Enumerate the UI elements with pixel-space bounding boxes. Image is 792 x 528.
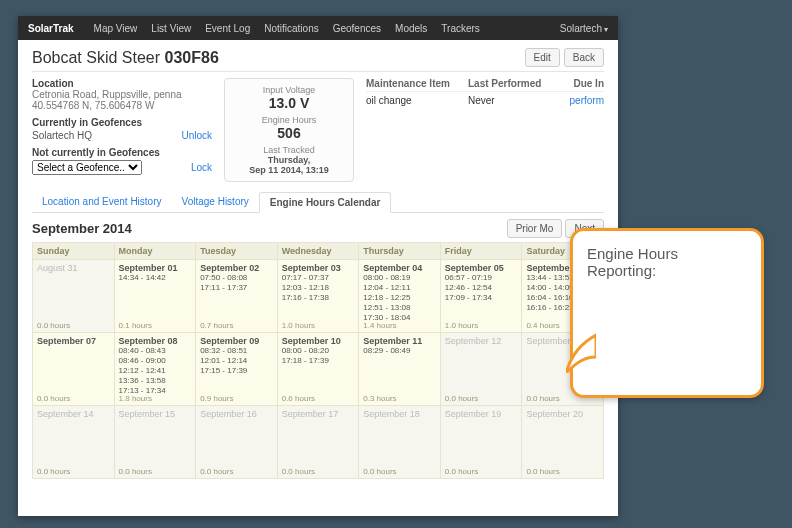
edit-button[interactable]: Edit — [525, 48, 560, 67]
calendar-event: 08:29 - 08:49 — [363, 346, 436, 356]
calendar-cell[interactable]: September 190.0 hours — [440, 406, 522, 479]
calendar-hours: 0.1 hours — [119, 321, 152, 330]
calendar-cell[interactable]: September 0408:00 - 08:1912:04 - 12:1112… — [359, 260, 441, 333]
maintenance-table: Maintenance Item Last Performed Due In o… — [366, 78, 604, 182]
calendar-hours: 0.0 hours — [37, 321, 70, 330]
tab-engine-hours[interactable]: Engine Hours Calendar — [259, 192, 392, 213]
calendar-event: 14:34 - 14:42 — [119, 273, 192, 283]
calendar-event: 08:00 - 08:20 — [282, 346, 355, 356]
calendar-hours: 0.0 hours — [37, 394, 70, 403]
calendar-hours: 0.0 hours — [282, 467, 315, 476]
calendar-cell[interactable]: September 0808:40 - 08:4308:46 - 09:0012… — [114, 333, 196, 406]
title-bar: Bobcat Skid Steer 030F86 Edit Back — [32, 48, 604, 72]
calendar-date: September 17 — [282, 409, 355, 419]
nav-models[interactable]: Models — [395, 23, 427, 34]
calendar-event: 12:46 - 12:54 — [445, 283, 518, 293]
lock-link[interactable]: Lock — [191, 162, 212, 173]
calendar-date: September 08 — [119, 336, 192, 346]
calendar-event: 07:17 - 07:37 — [282, 273, 355, 283]
calendar-hours: 0.0 hours — [119, 467, 152, 476]
calendar-hours: 0.3 hours — [363, 394, 396, 403]
calendar-hours: 1.8 hours — [119, 394, 152, 403]
calendar-cell[interactable]: September 070.0 hours — [33, 333, 115, 406]
voltage-value: 13.0 V — [229, 95, 349, 111]
calendar-event: 12:04 - 12:11 — [363, 283, 436, 293]
calendar-day-header: Monday — [114, 243, 196, 260]
tab-voltage-history[interactable]: Voltage History — [172, 192, 259, 212]
callout-tail-icon — [566, 333, 596, 373]
calendar-day-header: Friday — [440, 243, 522, 260]
nav-trackers[interactable]: Trackers — [441, 23, 480, 34]
calendar-hours: 0.6 hours — [282, 394, 315, 403]
calendar-date: August 31 — [37, 263, 110, 273]
location-label: Location — [32, 78, 212, 89]
geofence-name: Solartech HQ — [32, 130, 92, 141]
nav-notifications[interactable]: Notifications — [264, 23, 318, 34]
calendar-hours: 0.4 hours — [526, 321, 559, 330]
calendar-cell[interactable]: September 140.0 hours — [33, 406, 115, 479]
calendar-cell[interactable]: September 0307:17 - 07:3712:03 - 12:1817… — [277, 260, 359, 333]
calendar-event: 12:51 - 13:08 — [363, 303, 436, 313]
calendar-date: September 14 — [37, 409, 110, 419]
app-panel: SolarTrak Map View List View Event Log N… — [18, 16, 618, 516]
maint-perform-link[interactable]: perform — [553, 95, 604, 106]
calendar-event: 12:03 - 12:18 — [282, 283, 355, 293]
back-button[interactable]: Back — [564, 48, 604, 67]
calendar-cell[interactable]: September 200.0 hours — [522, 406, 604, 479]
calendar-event: 12:01 - 12:14 — [200, 356, 273, 366]
calendar-hours: 1.0 hours — [282, 321, 315, 330]
calendar-event: 08:46 - 09:00 — [119, 356, 192, 366]
account-name: Solartech — [560, 23, 602, 34]
brand: SolarTrak — [28, 23, 74, 34]
calendar-cell[interactable]: September 0908:32 - 08:5112:01 - 12:1417… — [196, 333, 278, 406]
maint-item: oil change — [366, 95, 468, 106]
calendar-day-header: Sunday — [33, 243, 115, 260]
calendar-cell[interactable]: September 160.0 hours — [196, 406, 278, 479]
calendar-cell[interactable]: August 310.0 hours — [33, 260, 115, 333]
tab-location-history[interactable]: Location and Event History — [32, 192, 172, 212]
maint-last: Never — [468, 95, 553, 106]
maint-col-last: Last Performed — [468, 78, 553, 89]
hours-value: 506 — [229, 125, 349, 141]
calendar-event: 13:36 - 13:58 — [119, 376, 192, 386]
calendar-event: 08:40 - 08:43 — [119, 346, 192, 356]
calendar-date: September 01 — [119, 263, 192, 273]
calendar-cell[interactable]: September 0207:50 - 08:0817:11 - 17:370.… — [196, 260, 278, 333]
calendar-cell[interactable]: September 180.0 hours — [359, 406, 441, 479]
calendar-date: September 04 — [363, 263, 436, 273]
calendar-date: September 05 — [445, 263, 518, 273]
calendar-cell[interactable]: September 1008:00 - 08:2017:18 - 17:390.… — [277, 333, 359, 406]
nav-list-view[interactable]: List View — [151, 23, 191, 34]
calendar-cell[interactable]: September 1108:29 - 08:490.3 hours — [359, 333, 441, 406]
calendar-date: September 18 — [363, 409, 436, 419]
calendar-event: 17:11 - 17:37 — [200, 283, 273, 293]
calendar-date: September 02 — [200, 263, 273, 273]
calendar-cell[interactable]: September 170.0 hours — [277, 406, 359, 479]
calendar-event: 06:57 - 07:19 — [445, 273, 518, 283]
prior-month-button[interactable]: Prior Mo — [507, 219, 563, 238]
calendar-date: September 20 — [526, 409, 599, 419]
calendar-date: September 19 — [445, 409, 518, 419]
account-menu[interactable]: Solartech▾ — [560, 23, 608, 34]
tabs: Location and Event History Voltage Histo… — [32, 192, 604, 213]
calendar-day-header: Tuesday — [196, 243, 278, 260]
maint-col-due: Due In — [553, 78, 604, 89]
calendar-cell[interactable]: September 120.0 hours — [440, 333, 522, 406]
calendar-cell[interactable]: September 0506:57 - 07:1912:46 - 12:5417… — [440, 260, 522, 333]
calendar-date: September 03 — [282, 263, 355, 273]
calendar-hours: 0.0 hours — [200, 467, 233, 476]
calendar-cell[interactable]: September 150.0 hours — [114, 406, 196, 479]
calendar-cell[interactable]: September 0114:34 - 14:420.1 hours — [114, 260, 196, 333]
topbar: SolarTrak Map View List View Event Log N… — [18, 16, 618, 40]
callout: Engine Hours Reporting: — [570, 228, 764, 398]
calendar-hours: 0.0 hours — [37, 467, 70, 476]
calendar-date: September 15 — [119, 409, 192, 419]
nav-event-log[interactable]: Event Log — [205, 23, 250, 34]
not-geofence-label: Not currently in Geofences — [32, 147, 212, 158]
geofence-select[interactable]: Select a Geofence... — [32, 160, 142, 175]
nav-map-view[interactable]: Map View — [94, 23, 138, 34]
info-column: Location Cetronia Road, Ruppsville, penn… — [32, 78, 212, 182]
calendar-day-header: Wednesday — [277, 243, 359, 260]
unlock-link[interactable]: Unlock — [181, 130, 212, 141]
nav-geofences[interactable]: Geofences — [333, 23, 381, 34]
